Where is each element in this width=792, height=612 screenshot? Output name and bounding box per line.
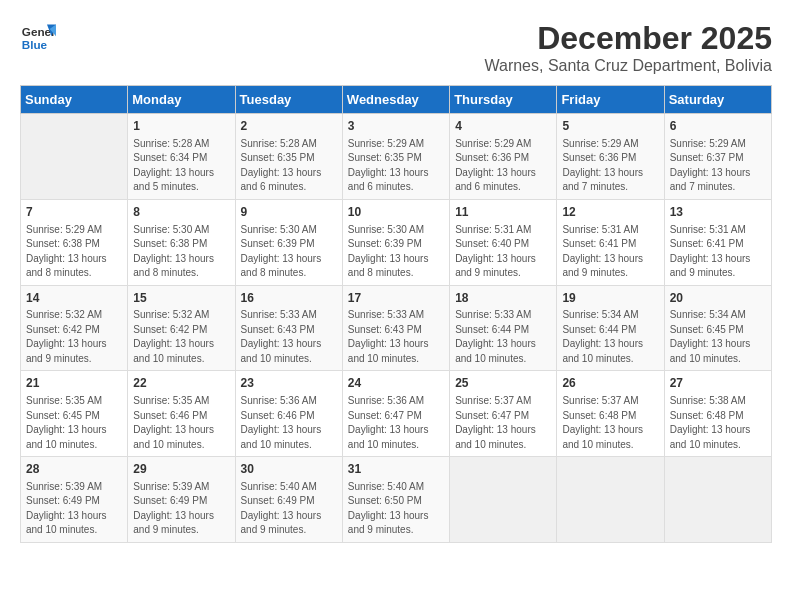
calendar-day: 3Sunrise: 5:29 AM Sunset: 6:35 PM Daylig…	[342, 114, 449, 200]
calendar-day: 6Sunrise: 5:29 AM Sunset: 6:37 PM Daylig…	[664, 114, 771, 200]
day-info: Sunrise: 5:31 AM Sunset: 6:41 PM Dayligh…	[670, 223, 766, 281]
calendar-week-1: 1Sunrise: 5:28 AM Sunset: 6:34 PM Daylig…	[21, 114, 772, 200]
day-number: 16	[241, 290, 337, 307]
day-number: 23	[241, 375, 337, 392]
day-number: 8	[133, 204, 229, 221]
day-info: Sunrise: 5:31 AM Sunset: 6:40 PM Dayligh…	[455, 223, 551, 281]
day-info: Sunrise: 5:28 AM Sunset: 6:34 PM Dayligh…	[133, 137, 229, 195]
day-number: 25	[455, 375, 551, 392]
day-info: Sunrise: 5:34 AM Sunset: 6:45 PM Dayligh…	[670, 308, 766, 366]
weekday-header-thursday: Thursday	[450, 86, 557, 114]
day-info: Sunrise: 5:29 AM Sunset: 6:36 PM Dayligh…	[562, 137, 658, 195]
location-title: Warnes, Santa Cruz Department, Bolivia	[484, 57, 772, 75]
weekday-header-sunday: Sunday	[21, 86, 128, 114]
page-header: General Blue December 2025 Warnes, Santa…	[20, 20, 772, 75]
calendar-day: 7Sunrise: 5:29 AM Sunset: 6:38 PM Daylig…	[21, 199, 128, 285]
calendar-day: 18Sunrise: 5:33 AM Sunset: 6:44 PM Dayli…	[450, 285, 557, 371]
calendar-day: 19Sunrise: 5:34 AM Sunset: 6:44 PM Dayli…	[557, 285, 664, 371]
day-info: Sunrise: 5:34 AM Sunset: 6:44 PM Dayligh…	[562, 308, 658, 366]
calendar-day: 10Sunrise: 5:30 AM Sunset: 6:39 PM Dayli…	[342, 199, 449, 285]
calendar-header: SundayMondayTuesdayWednesdayThursdayFrid…	[21, 86, 772, 114]
calendar-day: 23Sunrise: 5:36 AM Sunset: 6:46 PM Dayli…	[235, 371, 342, 457]
day-info: Sunrise: 5:30 AM Sunset: 6:39 PM Dayligh…	[348, 223, 444, 281]
day-info: Sunrise: 5:40 AM Sunset: 6:50 PM Dayligh…	[348, 480, 444, 538]
day-number: 15	[133, 290, 229, 307]
calendar-day: 30Sunrise: 5:40 AM Sunset: 6:49 PM Dayli…	[235, 457, 342, 543]
day-number: 10	[348, 204, 444, 221]
day-number: 4	[455, 118, 551, 135]
weekday-header-saturday: Saturday	[664, 86, 771, 114]
weekday-header-friday: Friday	[557, 86, 664, 114]
day-number: 29	[133, 461, 229, 478]
day-info: Sunrise: 5:30 AM Sunset: 6:38 PM Dayligh…	[133, 223, 229, 281]
calendar-day: 5Sunrise: 5:29 AM Sunset: 6:36 PM Daylig…	[557, 114, 664, 200]
day-number: 11	[455, 204, 551, 221]
calendar-day: 9Sunrise: 5:30 AM Sunset: 6:39 PM Daylig…	[235, 199, 342, 285]
day-number: 6	[670, 118, 766, 135]
day-number: 22	[133, 375, 229, 392]
day-info: Sunrise: 5:33 AM Sunset: 6:43 PM Dayligh…	[348, 308, 444, 366]
calendar-day: 12Sunrise: 5:31 AM Sunset: 6:41 PM Dayli…	[557, 199, 664, 285]
day-number: 5	[562, 118, 658, 135]
day-number: 24	[348, 375, 444, 392]
day-info: Sunrise: 5:39 AM Sunset: 6:49 PM Dayligh…	[133, 480, 229, 538]
calendar-day: 13Sunrise: 5:31 AM Sunset: 6:41 PM Dayli…	[664, 199, 771, 285]
calendar-day	[21, 114, 128, 200]
day-info: Sunrise: 5:29 AM Sunset: 6:35 PM Dayligh…	[348, 137, 444, 195]
day-number: 12	[562, 204, 658, 221]
weekday-header-tuesday: Tuesday	[235, 86, 342, 114]
calendar-week-4: 21Sunrise: 5:35 AM Sunset: 6:45 PM Dayli…	[21, 371, 772, 457]
calendar-day: 4Sunrise: 5:29 AM Sunset: 6:36 PM Daylig…	[450, 114, 557, 200]
calendar-day	[557, 457, 664, 543]
day-number: 31	[348, 461, 444, 478]
day-number: 30	[241, 461, 337, 478]
calendar-day: 16Sunrise: 5:33 AM Sunset: 6:43 PM Dayli…	[235, 285, 342, 371]
calendar-week-2: 7Sunrise: 5:29 AM Sunset: 6:38 PM Daylig…	[21, 199, 772, 285]
calendar-week-3: 14Sunrise: 5:32 AM Sunset: 6:42 PM Dayli…	[21, 285, 772, 371]
day-info: Sunrise: 5:33 AM Sunset: 6:43 PM Dayligh…	[241, 308, 337, 366]
day-number: 26	[562, 375, 658, 392]
day-number: 3	[348, 118, 444, 135]
logo-icon: General Blue	[20, 20, 56, 56]
calendar-day: 11Sunrise: 5:31 AM Sunset: 6:40 PM Dayli…	[450, 199, 557, 285]
day-info: Sunrise: 5:33 AM Sunset: 6:44 PM Dayligh…	[455, 308, 551, 366]
calendar-day: 27Sunrise: 5:38 AM Sunset: 6:48 PM Dayli…	[664, 371, 771, 457]
day-info: Sunrise: 5:36 AM Sunset: 6:47 PM Dayligh…	[348, 394, 444, 452]
calendar-day: 20Sunrise: 5:34 AM Sunset: 6:45 PM Dayli…	[664, 285, 771, 371]
day-info: Sunrise: 5:40 AM Sunset: 6:49 PM Dayligh…	[241, 480, 337, 538]
day-number: 13	[670, 204, 766, 221]
calendar-day	[450, 457, 557, 543]
calendar-day: 2Sunrise: 5:28 AM Sunset: 6:35 PM Daylig…	[235, 114, 342, 200]
calendar-week-5: 28Sunrise: 5:39 AM Sunset: 6:49 PM Dayli…	[21, 457, 772, 543]
day-number: 18	[455, 290, 551, 307]
day-number: 14	[26, 290, 122, 307]
calendar-body: 1Sunrise: 5:28 AM Sunset: 6:34 PM Daylig…	[21, 114, 772, 543]
day-info: Sunrise: 5:36 AM Sunset: 6:46 PM Dayligh…	[241, 394, 337, 452]
calendar-day: 21Sunrise: 5:35 AM Sunset: 6:45 PM Dayli…	[21, 371, 128, 457]
calendar-day: 15Sunrise: 5:32 AM Sunset: 6:42 PM Dayli…	[128, 285, 235, 371]
day-number: 27	[670, 375, 766, 392]
calendar-day: 29Sunrise: 5:39 AM Sunset: 6:49 PM Dayli…	[128, 457, 235, 543]
day-info: Sunrise: 5:35 AM Sunset: 6:45 PM Dayligh…	[26, 394, 122, 452]
day-info: Sunrise: 5:39 AM Sunset: 6:49 PM Dayligh…	[26, 480, 122, 538]
day-number: 19	[562, 290, 658, 307]
calendar-table: SundayMondayTuesdayWednesdayThursdayFrid…	[20, 85, 772, 543]
day-info: Sunrise: 5:28 AM Sunset: 6:35 PM Dayligh…	[241, 137, 337, 195]
calendar-day: 17Sunrise: 5:33 AM Sunset: 6:43 PM Dayli…	[342, 285, 449, 371]
day-info: Sunrise: 5:29 AM Sunset: 6:38 PM Dayligh…	[26, 223, 122, 281]
day-number: 20	[670, 290, 766, 307]
calendar-day: 25Sunrise: 5:37 AM Sunset: 6:47 PM Dayli…	[450, 371, 557, 457]
day-info: Sunrise: 5:37 AM Sunset: 6:47 PM Dayligh…	[455, 394, 551, 452]
day-number: 1	[133, 118, 229, 135]
calendar-day: 28Sunrise: 5:39 AM Sunset: 6:49 PM Dayli…	[21, 457, 128, 543]
day-number: 9	[241, 204, 337, 221]
calendar-day: 1Sunrise: 5:28 AM Sunset: 6:34 PM Daylig…	[128, 114, 235, 200]
day-info: Sunrise: 5:32 AM Sunset: 6:42 PM Dayligh…	[133, 308, 229, 366]
day-info: Sunrise: 5:29 AM Sunset: 6:36 PM Dayligh…	[455, 137, 551, 195]
day-number: 7	[26, 204, 122, 221]
calendar-day: 22Sunrise: 5:35 AM Sunset: 6:46 PM Dayli…	[128, 371, 235, 457]
day-info: Sunrise: 5:31 AM Sunset: 6:41 PM Dayligh…	[562, 223, 658, 281]
day-number: 17	[348, 290, 444, 307]
calendar-day: 14Sunrise: 5:32 AM Sunset: 6:42 PM Dayli…	[21, 285, 128, 371]
calendar-day: 26Sunrise: 5:37 AM Sunset: 6:48 PM Dayli…	[557, 371, 664, 457]
